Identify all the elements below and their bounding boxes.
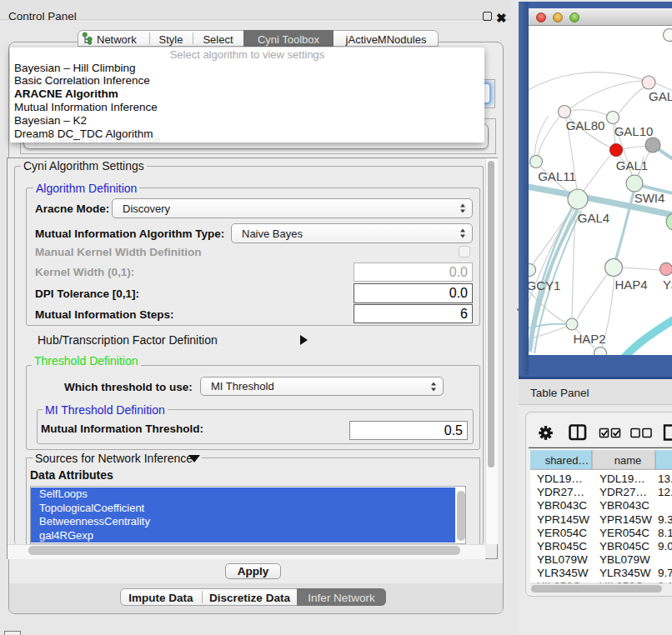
svg-text:YDL19…: YDL19…	[599, 472, 645, 485]
svg-text:YBL079W: YBL079W	[537, 553, 588, 566]
svg-text:GAL11: GAL11	[538, 169, 576, 183]
svg-text:HAP4: HAP4	[614, 278, 647, 292]
svg-text:8.1: 8.1	[658, 527, 672, 539]
svg-text:YDL19…: YDL19…	[537, 472, 583, 485]
svg-text:9.0: 9.0	[658, 540, 672, 552]
svg-text:YPR145W: YPR145W	[537, 513, 589, 526]
svg-text:YBR045C: YBR045C	[599, 540, 649, 552]
svg-text:GAL80: GAL80	[566, 118, 605, 132]
svg-text:YLR345W: YLR345W	[599, 567, 651, 579]
svg-text:GAL10: GAL10	[614, 124, 654, 138]
svg-text:YDR27…: YDR27…	[537, 486, 584, 498]
svg-text:13.5: 13.5	[658, 472, 672, 485]
svg-text:YJ: YJ	[663, 278, 672, 292]
svg-text:YBL079W: YBL079W	[599, 553, 650, 566]
svg-text:YBR045C: YBR045C	[537, 540, 587, 552]
svg-text:YDR27…: YDR27…	[599, 486, 647, 498]
svg-text:9.7: 9.7	[658, 567, 672, 579]
svg-text:GAL1: GAL1	[616, 158, 648, 172]
svg-text:GCY1: GCY1	[529, 278, 560, 292]
svg-text:12.4: 12.4	[658, 486, 672, 498]
svg-text:YER054C: YER054C	[599, 527, 649, 539]
svg-text:YER054C: YER054C	[537, 527, 587, 539]
svg-text:YBR043C: YBR043C	[537, 499, 587, 512]
svg-text:HAP2: HAP2	[573, 332, 605, 346]
svg-text:9.3: 9.3	[658, 513, 672, 526]
svg-text:SWI4: SWI4	[634, 191, 665, 205]
svg-text:YBR043C: YBR043C	[599, 499, 649, 512]
svg-text:GAL4: GAL4	[578, 211, 609, 225]
svg-text:name: name	[614, 454, 642, 467]
svg-text:GAL7: GAL7	[649, 89, 672, 103]
svg-text:shared…: shared…	[545, 454, 589, 467]
svg-text:YPR145W: YPR145W	[599, 513, 652, 526]
svg-text:YLR345W: YLR345W	[537, 567, 589, 579]
